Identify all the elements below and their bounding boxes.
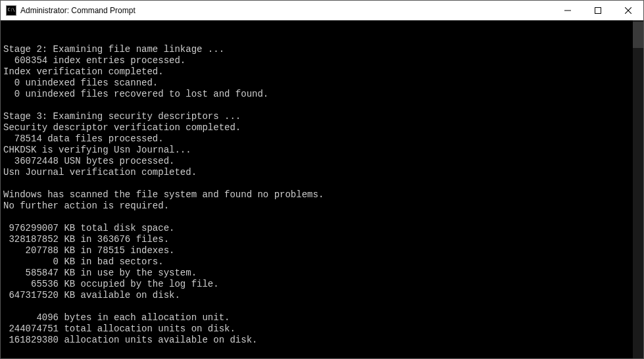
window-title: Administrator: Command Prompt: [20, 6, 136, 15]
maximize-icon: [595, 7, 601, 14]
cmd-icon: [6, 5, 16, 16]
close-icon: [625, 7, 632, 14]
titlebar[interactable]: Administrator: Command Prompt: [1, 1, 643, 20]
minimize-icon: [564, 7, 571, 14]
scrollbar-thumb[interactable]: [633, 22, 643, 48]
window-controls: [553, 1, 643, 20]
minimize-button[interactable]: [553, 1, 583, 20]
svg-rect-0: [595, 7, 601, 13]
scrollbar-track[interactable]: [633, 20, 643, 358]
maximize-button[interactable]: [583, 1, 613, 20]
terminal-area[interactable]: Stage 2: Examining file name linkage ...…: [1, 20, 643, 358]
close-button[interactable]: [613, 1, 643, 20]
terminal-output: Stage 2: Examining file name linkage ...…: [3, 44, 643, 357]
